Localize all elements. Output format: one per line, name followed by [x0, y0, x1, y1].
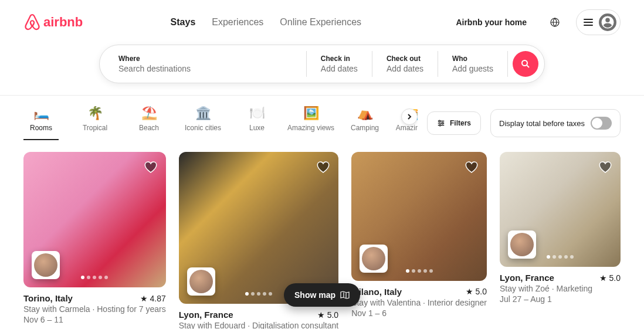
tab-stays[interactable]: Stays: [171, 12, 196, 32]
tropical-icon: 🌴: [88, 106, 102, 120]
listing-info: Lyon, France★ 5.0Stay with Zoé · Marketi…: [500, 267, 621, 304]
wishlist-button[interactable]: [144, 160, 158, 177]
show-map-button[interactable]: Show map: [284, 283, 360, 307]
filters-label: Filters: [450, 119, 471, 127]
tab-online-experiences[interactable]: Online Experiences: [280, 12, 361, 32]
wishlist-button[interactable]: [465, 160, 479, 177]
listing-card[interactable]: Torino, Italy★ 4.87Stay with Carmela · H…: [23, 152, 166, 329]
user-menu[interactable]: [576, 9, 621, 35]
host-avatar: [508, 230, 536, 259]
host-avatar: [187, 267, 215, 296]
category-beach[interactable]: ⛱️Beach: [131, 106, 167, 140]
image-dots: [406, 269, 433, 273]
search-bar: Where Search destinations Check in Add d…: [99, 45, 545, 83]
beach-icon: ⛱️: [142, 106, 156, 120]
listing-subtitle: Stay with Edouard · Digitalisation consu…: [179, 321, 338, 329]
globe-icon: [550, 18, 560, 27]
category-iconic-cities[interactable]: 🏛️Iconic cities: [185, 106, 221, 140]
category-luxe[interactable]: 🍽️Luxe: [239, 106, 274, 140]
search-where[interactable]: Where Search destinations: [100, 51, 307, 77]
svg-point-4: [439, 124, 441, 126]
category-tropical[interactable]: 🌴Tropical: [77, 106, 113, 140]
category-camping[interactable]: ⛺Camping: [347, 106, 382, 140]
language-button[interactable]: [543, 11, 567, 34]
camping-icon: ⛺: [358, 106, 372, 120]
listing-info: Lyon, France★ 5.0Stay with Edouard · Dig…: [179, 304, 338, 329]
listing-dates: Nov 1 – 6: [351, 308, 487, 318]
tax-switch[interactable]: [591, 117, 612, 130]
category-label: Rooms: [30, 124, 52, 132]
svg-point-2: [439, 120, 440, 122]
heart-icon: [598, 160, 612, 174]
category-rooms[interactable]: 🛏️Rooms: [23, 106, 59, 140]
search-who[interactable]: Who Add guests: [438, 51, 508, 77]
image-dots: [547, 255, 574, 259]
listing-rating: ★ 5.0: [317, 310, 338, 320]
tax-toggle: Display total before taxes: [490, 109, 621, 137]
search-checkout-value: Add dates: [387, 64, 423, 73]
header-right: Airbnb your home: [449, 9, 621, 35]
category-label: Amazing views: [287, 124, 334, 132]
heart-icon: [316, 160, 330, 174]
category-label: Beach: [139, 124, 159, 132]
map-button-label: Show map: [294, 290, 335, 300]
filters-icon: [437, 119, 445, 127]
wishlist-button[interactable]: [316, 160, 330, 177]
search-checkout-label: Check out: [387, 55, 423, 63]
nav-tabs: Stays Experiences Online Experiences: [171, 12, 362, 32]
host-your-home-link[interactable]: Airbnb your home: [449, 12, 534, 33]
host-avatar: [32, 251, 60, 279]
search-checkin-value: Add dates: [321, 64, 358, 73]
image-dots: [81, 276, 108, 279]
tab-experiences[interactable]: Experiences: [212, 12, 263, 32]
category-list[interactable]: 🛏️Rooms🌴Tropical⛱️Beach🏛️Iconic cities🍽️…: [23, 106, 418, 140]
avatar-icon: [599, 13, 616, 31]
image-dots: [245, 292, 272, 296]
search-checkout[interactable]: Check out Add dates: [372, 51, 438, 77]
heart-icon: [144, 160, 158, 174]
filters-button[interactable]: Filters: [427, 111, 481, 135]
category-label: Camping: [351, 124, 379, 132]
listing-info: Torino, Italy★ 4.87Stay with Carmela · H…: [23, 287, 166, 324]
header: airbnb Stays Experiences Online Experien…: [0, 0, 644, 45]
amazing-views-icon: 🖼️: [304, 106, 318, 120]
search-checkin[interactable]: Check in Add dates: [307, 51, 372, 77]
listing-card[interactable]: Lyon, France★ 5.0Stay with Zoé · Marketi…: [500, 152, 621, 329]
svg-point-1: [522, 60, 527, 66]
category-label: Iconic cities: [185, 124, 221, 132]
listing-image[interactable]: [179, 152, 338, 304]
listing-card[interactable]: Milano, Italy★ 5.0Stay with Valentina · …: [351, 152, 487, 329]
category-amazing-views[interactable]: 🖼️Amazing views: [293, 106, 328, 140]
logo[interactable]: airbnb: [23, 13, 83, 32]
listing-image[interactable]: [23, 152, 166, 287]
listing-image[interactable]: [500, 152, 621, 267]
search-where-value: Search destinations: [118, 64, 292, 73]
rooms-icon: 🛏️: [34, 106, 48, 120]
category-label: Tropical: [83, 124, 107, 132]
listing-image[interactable]: [351, 152, 487, 281]
category-next-button[interactable]: [401, 108, 418, 125]
tax-label: Display total before taxes: [499, 119, 585, 128]
search-icon: [521, 59, 530, 69]
listing-subtitle: Stay with Valentina · Interior designer: [351, 298, 487, 307]
hamburger-icon: [584, 19, 593, 26]
search-where-label: Where: [118, 55, 292, 63]
airbnb-logo-icon: [23, 13, 41, 32]
listing-title: Lyon, France: [500, 273, 554, 283]
brand-name: airbnb: [43, 15, 83, 30]
listing-dates: Jul 27 – Aug 1: [500, 294, 621, 304]
search-checkin-label: Check in: [321, 55, 358, 63]
host-avatar: [360, 245, 388, 273]
heart-icon: [465, 160, 479, 174]
search-who-label: Who: [452, 55, 493, 63]
search-bar-wrap: Where Search destinations Check in Add d…: [0, 45, 644, 95]
listing-rating: ★ 5.0: [466, 287, 487, 296]
category-label: Luxe: [249, 124, 265, 132]
iconic-cities-icon: 🏛️: [196, 106, 210, 120]
wishlist-button[interactable]: [598, 160, 612, 177]
search-button[interactable]: [513, 51, 538, 77]
luxe-icon: 🍽️: [250, 106, 264, 120]
listing-info: Milano, Italy★ 5.0Stay with Valentina · …: [351, 281, 487, 318]
listing-rating: ★ 4.87: [140, 294, 166, 303]
listing-subtitle: Stay with Zoé · Marketing: [500, 284, 621, 293]
